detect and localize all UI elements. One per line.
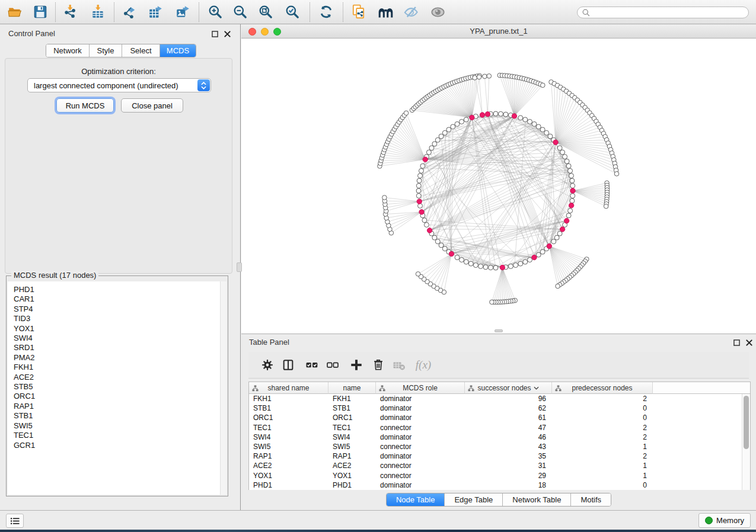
graph-node[interactable] [460, 258, 464, 262]
mcds-result-item[interactable]: CAR1 [14, 294, 220, 304]
mcds-result-item[interactable]: GCR1 [14, 441, 220, 450]
graph-node[interactable] [499, 111, 503, 116]
table-row[interactable]: ORC1ORC1dominator610 [249, 413, 750, 422]
mcds-result-item[interactable]: RAP1 [14, 402, 220, 411]
graph-node[interactable] [540, 127, 545, 132]
graph-edge[interactable] [427, 254, 451, 281]
graph-edge[interactable] [505, 76, 514, 116]
graph-node[interactable] [548, 134, 553, 139]
column-header-name[interactable]: name [328, 382, 376, 394]
graph-node[interactable] [451, 124, 455, 129]
mcds-result-item[interactable]: SWI5 [14, 421, 220, 431]
tab-edge-table[interactable]: Edge Table [445, 493, 503, 506]
graph-node[interactable] [473, 263, 478, 268]
graph-node[interactable] [432, 142, 437, 146]
zoom-fit-icon[interactable] [257, 3, 275, 21]
graph-edge[interactable] [433, 254, 451, 286]
graph-hub-node[interactable] [532, 255, 537, 259]
graph-node[interactable] [527, 119, 532, 124]
graph-node[interactable] [570, 178, 575, 183]
mcds-result-item[interactable]: TID3 [14, 314, 220, 323]
show-columns-icon[interactable] [280, 357, 296, 373]
mcds-result-item[interactable]: YOX1 [14, 324, 220, 334]
column-header-successor-nodes[interactable]: successor nodes [465, 382, 552, 394]
mcds-result-item[interactable]: ACE2 [14, 373, 220, 382]
tab-style[interactable]: Style [90, 44, 122, 57]
graph-edge[interactable] [549, 246, 569, 277]
graph-edge[interactable] [494, 268, 502, 302]
graph-node[interactable] [455, 121, 460, 126]
run-mcds-button[interactable]: Run MCDS [56, 98, 114, 113]
graph-node[interactable] [560, 150, 565, 155]
graph-node[interactable] [523, 259, 528, 264]
graph-hub-node[interactable] [569, 203, 573, 208]
graph-satellite-node[interactable] [556, 284, 560, 289]
zoom-out-icon[interactable] [231, 3, 249, 21]
graph-hub-node[interactable] [570, 188, 575, 193]
mcds-list-scrollbar[interactable] [220, 281, 227, 495]
graph-edge[interactable] [509, 76, 514, 116]
graph-node[interactable] [439, 243, 444, 248]
graph-node[interactable] [568, 168, 573, 173]
column-header-shared-name[interactable]: shared name [249, 382, 328, 394]
horizontal-splitter-handle[interactable] [495, 329, 503, 332]
table-row[interactable]: STB1STB1dominator620 [249, 403, 750, 413]
graph-node[interactable] [417, 174, 422, 178]
graph-hub-node[interactable] [427, 228, 432, 233]
graph-satellite-node[interactable] [382, 196, 387, 200]
table-row[interactable]: YOX1YOX1connector291 [249, 471, 750, 480]
graph-edge[interactable] [573, 191, 606, 206]
export-network-icon[interactable] [120, 3, 138, 21]
graph-node[interactable] [568, 209, 573, 213]
task-history-button[interactable] [6, 514, 24, 528]
open-file-icon[interactable] [6, 3, 24, 21]
import-table-icon[interactable] [89, 3, 107, 21]
graph-node[interactable] [540, 249, 545, 254]
graph-edge[interactable] [479, 77, 482, 115]
table-row[interactable]: ACE2ACE2connector311 [249, 461, 750, 470]
graph-node[interactable] [557, 231, 562, 236]
graph-node[interactable] [416, 194, 421, 198]
graph-edge[interactable] [549, 191, 573, 246]
graph-node[interactable] [566, 164, 571, 168]
mcds-result-item[interactable]: FKH1 [14, 363, 220, 372]
table-row[interactable]: SWI4SWI4dominator462 [249, 432, 750, 442]
graph-node[interactable] [432, 235, 437, 240]
graph-edge[interactable] [430, 176, 572, 230]
criterion-dropdown[interactable]: largest connected component (undirected) [27, 78, 211, 92]
graph-node[interactable] [554, 235, 559, 240]
mcds-result-item[interactable]: TEC1 [14, 431, 220, 440]
select-all-rows-icon[interactable] [304, 357, 320, 373]
graph-node[interactable] [417, 178, 422, 183]
graph-node[interactable] [416, 188, 421, 193]
graph-node[interactable] [518, 261, 523, 266]
network-graph[interactable] [241, 39, 756, 334]
graph-node[interactable] [518, 116, 523, 120]
hide-selected-icon[interactable] [402, 3, 420, 21]
graph-node[interactable] [493, 111, 498, 116]
tab-mcds[interactable]: MCDS [160, 44, 196, 57]
graph-node[interactable] [488, 265, 493, 270]
graph-node[interactable] [563, 155, 567, 159]
mcds-result-item[interactable]: STP4 [14, 305, 220, 314]
tab-select[interactable]: Select [122, 44, 160, 57]
graph-node[interactable] [527, 258, 532, 262]
deselect-all-rows-icon[interactable] [324, 357, 341, 373]
column-header-predecessor-nodes[interactable]: predecessor nodes [552, 382, 653, 394]
search-field[interactable] [577, 7, 749, 18]
mcds-result-item[interactable]: SWI4 [14, 334, 220, 343]
graph-hub-node[interactable] [553, 140, 558, 145]
table-settings-gear-icon[interactable] [259, 357, 276, 373]
graph-edge[interactable] [430, 157, 565, 230]
graph-satellite-node[interactable] [477, 75, 481, 79]
graph-edge[interactable] [484, 76, 487, 114]
graph-hub-node[interactable] [564, 219, 569, 223]
column-header-mcds-role[interactable]: MCDS role [376, 382, 465, 394]
graph-node[interactable] [536, 252, 541, 257]
graph-satellite-node[interactable] [487, 74, 492, 79]
graph-node[interactable] [429, 146, 434, 150]
graph-hub-node[interactable] [560, 227, 564, 232]
mcds-result-item[interactable]: ORC1 [14, 392, 220, 401]
graph-node[interactable] [570, 194, 575, 198]
mcds-result-item[interactable]: PHD1 [14, 285, 220, 294]
